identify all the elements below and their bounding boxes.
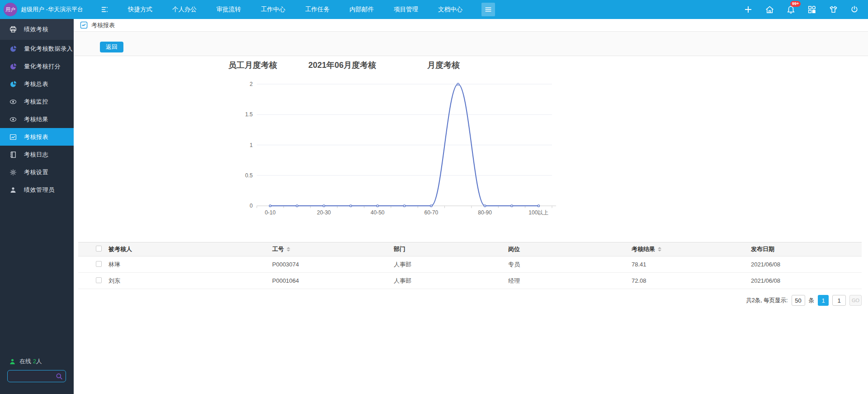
pagination-summary: 共2条, 每页显示: xyxy=(746,297,788,304)
page-title: 考核报表 xyxy=(91,21,115,29)
cell-department: 人事部 xyxy=(394,277,508,285)
nav-item-6[interactable]: 内部邮件 xyxy=(349,5,374,14)
pie-icon xyxy=(9,63,17,70)
sort-caret[interactable] xyxy=(287,247,290,252)
cell-department: 人事部 xyxy=(394,261,508,269)
sidebar-item-4[interactable]: 考核总表 xyxy=(0,75,74,93)
apps-grid-icon[interactable] xyxy=(807,4,817,15)
theme-shirt-icon[interactable] xyxy=(828,4,839,15)
table-row[interactable]: 林琳P0003074人事部专员78.412021/06/08 xyxy=(78,256,862,273)
sidebar-item-2[interactable]: 量化考核数据录入 xyxy=(0,40,74,57)
add-icon[interactable] xyxy=(743,4,754,15)
online-user-icon xyxy=(9,358,16,365)
pagination: 共2条, 每页显示: 条 1 GO xyxy=(746,294,862,307)
menu-lines-icon[interactable] xyxy=(100,5,110,14)
column-header-4: 岗位 xyxy=(508,245,632,253)
column-header-1: 被考核人 xyxy=(108,245,272,253)
data-point-marker xyxy=(323,205,325,207)
sidebar-item-3[interactable]: 量化考核打分 xyxy=(0,57,74,75)
sidebar-search xyxy=(7,370,66,382)
cell-score: 72.08 xyxy=(632,277,751,284)
x-axis-tick-label: 100以上 xyxy=(528,209,548,216)
back-button[interactable]: 返回 xyxy=(100,42,123,52)
eye-icon xyxy=(9,116,17,123)
nav-item-2[interactable]: 个人办公 xyxy=(172,5,197,14)
sidebar-item-label: 考核总表 xyxy=(24,80,48,88)
y-axis-tick-label: 1 xyxy=(250,142,253,148)
table-header: 被考核人工号部门岗位考核结果发布日期 xyxy=(78,242,862,256)
avatar[interactable]: 用户 xyxy=(4,3,17,16)
results-table: 被考核人工号部门岗位考核结果发布日期 林琳P0003074人事部专员78.412… xyxy=(78,242,862,289)
chart-title-main: 员工月度考核 xyxy=(228,60,277,71)
x-axis-tick-label: 40-50 xyxy=(371,209,385,216)
page-size-input[interactable] xyxy=(792,295,805,306)
notifications-icon[interactable]: 99+ xyxy=(785,4,796,15)
user-title: 超级用户 -华天演示平台 xyxy=(21,0,83,19)
sidebar-item-label: 绩效管理员 xyxy=(24,186,55,194)
top-nav: 快捷方式个人办公审批流转工作中心工作任务内部邮件项目管理文档中心 xyxy=(128,0,482,19)
chart-title-type: 月度考核 xyxy=(427,60,460,71)
column-header-label: 工号 xyxy=(272,245,284,253)
row-checkbox[interactable] xyxy=(96,277,102,283)
home-icon[interactable] xyxy=(764,4,775,15)
sidebar-item-label: 考核日志 xyxy=(24,151,48,159)
x-axis-tick-label: 0-10 xyxy=(265,209,276,216)
sidebar-item-7[interactable]: 考核报表 xyxy=(0,128,74,146)
go-button[interactable]: GO xyxy=(849,295,862,306)
toolbar: 返回 xyxy=(74,32,868,56)
sidebar-item-8[interactable]: 考核日志 xyxy=(0,146,74,163)
person-icon xyxy=(9,186,17,194)
more-menu-button[interactable] xyxy=(481,3,495,16)
pie-icon xyxy=(9,45,17,52)
y-axis-tick-label: 0 xyxy=(250,203,253,209)
sidebar-item-6[interactable]: 考核结果 xyxy=(0,110,74,128)
cell-publish-date: 2021/06/08 xyxy=(751,261,862,268)
topbar-icon-group: 99+ xyxy=(743,0,860,19)
column-header-2[interactable]: 工号 xyxy=(272,245,394,253)
column-header-label: 考核结果 xyxy=(632,245,655,253)
logout-power-icon[interactable] xyxy=(849,4,860,15)
search-icon[interactable] xyxy=(56,373,63,382)
gear-icon xyxy=(9,169,17,176)
row-checkbox[interactable] xyxy=(96,261,102,267)
nav-item-7[interactable]: 项目管理 xyxy=(394,5,418,14)
page-size-unit: 条 xyxy=(809,297,815,304)
cell-name: 林琳 xyxy=(108,261,272,269)
select-all-checkbox[interactable] xyxy=(96,246,102,252)
sidebar-item-10[interactable]: 绩效管理员 xyxy=(0,181,74,199)
sidebar-item-label: 考核报表 xyxy=(24,133,48,141)
sort-caret[interactable] xyxy=(658,247,661,252)
data-point-marker xyxy=(269,205,271,207)
sidebar-item-label: 绩效考核 xyxy=(24,25,48,33)
sidebar-item-5[interactable]: 考核监控 xyxy=(0,93,74,110)
sidebar-item-9[interactable]: 考核设置 xyxy=(0,163,74,181)
sidebar-item-label: 量化考核打分 xyxy=(24,62,61,71)
nav-item-5[interactable]: 工作任务 xyxy=(305,5,330,14)
breadcrumb: 考核报表 xyxy=(74,19,868,32)
sidebar-item-label: 量化考核数据录入 xyxy=(24,45,73,53)
cell-score: 78.41 xyxy=(632,261,751,268)
y-axis-tick-label: 2 xyxy=(250,81,253,87)
nav-item-3[interactable]: 审批流转 xyxy=(217,5,241,14)
score-distribution-chart: 00.511.520-1020-3040-5060-7080-90100以上 xyxy=(244,72,561,222)
goto-page-input[interactable] xyxy=(832,295,846,306)
nav-item-8[interactable]: 文档中心 xyxy=(438,5,462,14)
sidebar-item-label: 考核设置 xyxy=(24,168,48,176)
nav-item-1[interactable]: 快捷方式 xyxy=(128,5,152,14)
column-header-5[interactable]: 考核结果 xyxy=(632,245,751,253)
data-point-marker xyxy=(538,205,539,207)
eye-icon xyxy=(9,98,17,105)
x-axis-tick-label: 20-30 xyxy=(317,209,331,216)
data-point-marker xyxy=(377,205,378,207)
sidebar: 绩效考核量化考核数据录入量化考核打分考核总表考核监控考核结果考核报表考核日志考核… xyxy=(0,19,74,394)
table-row[interactable]: 刘东P0001064人事部经理72.082021/06/08 xyxy=(78,273,862,289)
main-content: 考核报表 返回 员工月度考核 2021年06月度考核 月度考核 00.511.5… xyxy=(74,19,868,394)
page-button-1[interactable]: 1 xyxy=(818,295,829,306)
column-header-label: 岗位 xyxy=(508,245,520,253)
search-input[interactable] xyxy=(10,370,55,382)
chart-icon xyxy=(9,133,17,141)
sidebar-item-1[interactable]: 绩效考核 xyxy=(0,19,74,40)
cell-publish-date: 2021/06/08 xyxy=(751,277,862,284)
nav-item-4[interactable]: 工作中心 xyxy=(261,5,285,14)
cell-name: 刘东 xyxy=(108,277,272,285)
